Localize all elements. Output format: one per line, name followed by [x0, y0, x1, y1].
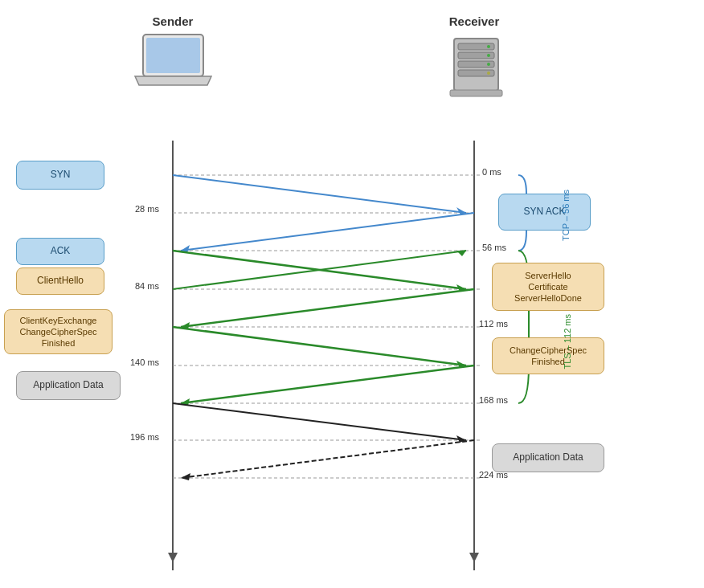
time-0ms: 0 ms	[482, 167, 501, 177]
time-56ms: 56 ms	[482, 243, 506, 252]
client-hello-box: ClientHello	[16, 267, 104, 295]
svg-marker-14	[181, 245, 190, 253]
syn-box: SYN	[16, 161, 104, 190]
sender-label: Sender	[137, 14, 209, 28]
time-84ms: 84 ms	[135, 281, 159, 291]
svg-point-43	[487, 71, 490, 75]
svg-line-17	[173, 251, 466, 289]
svg-marker-32	[469, 553, 479, 562]
svg-point-41	[487, 54, 490, 57]
svg-marker-28	[181, 473, 190, 480]
svg-line-15	[173, 251, 466, 289]
svg-line-13	[181, 213, 474, 251]
app-data-left-box: Application Data	[16, 371, 121, 400]
time-168ms: 168 ms	[479, 395, 508, 405]
svg-line-19	[181, 289, 474, 327]
diagram: Sender Receiver	[0, 0, 704, 588]
svg-line-21	[173, 327, 466, 365]
time-140ms: 140 ms	[130, 357, 159, 367]
receiver-label: Receiver	[438, 14, 510, 28]
svg-marker-18	[456, 284, 466, 292]
svg-point-42	[487, 63, 490, 66]
svg-marker-22	[456, 361, 466, 368]
svg-line-27	[181, 440, 474, 478]
svg-marker-30	[168, 553, 178, 562]
time-224ms: 224 ms	[479, 470, 508, 480]
time-112ms: 112 ms	[479, 319, 508, 329]
svg-marker-20	[181, 322, 190, 329]
svg-rect-34	[146, 38, 200, 73]
svg-line-11	[173, 175, 466, 213]
sender-device	[131, 31, 215, 103]
app-data-right-box: Application Data	[492, 443, 604, 472]
tls-brace-label: TLS – 112 ms	[535, 285, 600, 398]
tcp-brace-label: TCP – 56 ms	[534, 181, 598, 249]
svg-marker-16	[456, 251, 466, 256]
svg-line-25	[173, 403, 466, 440]
svg-marker-26	[456, 435, 466, 443]
time-196ms: 196 ms	[130, 432, 159, 442]
svg-marker-12	[456, 207, 466, 214]
time-28ms: 28 ms	[135, 204, 159, 214]
svg-rect-44	[450, 90, 502, 96]
svg-line-23	[181, 365, 474, 403]
client-key-exchange-box: ClientKeyExchangeChangeCipherSpecFinishe…	[4, 309, 113, 354]
ack-box: ACK	[16, 238, 104, 265]
svg-marker-24	[181, 398, 190, 406]
svg-point-40	[487, 45, 490, 48]
receiver-device	[434, 31, 518, 103]
